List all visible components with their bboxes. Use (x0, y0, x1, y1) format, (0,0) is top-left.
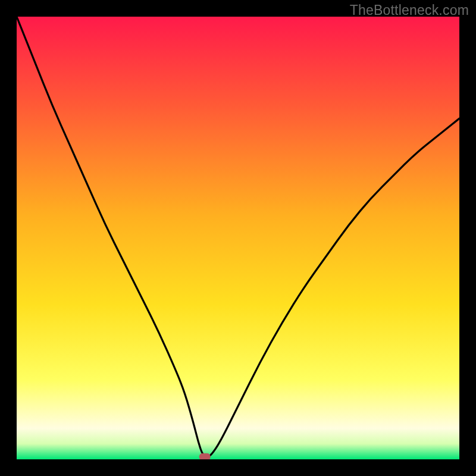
bottleneck-chart (17, 17, 459, 459)
watermark-text: TheBottleneck.com (350, 2, 469, 18)
chart-background (17, 17, 459, 459)
chart-frame (17, 17, 459, 459)
optimal-marker (199, 453, 210, 459)
